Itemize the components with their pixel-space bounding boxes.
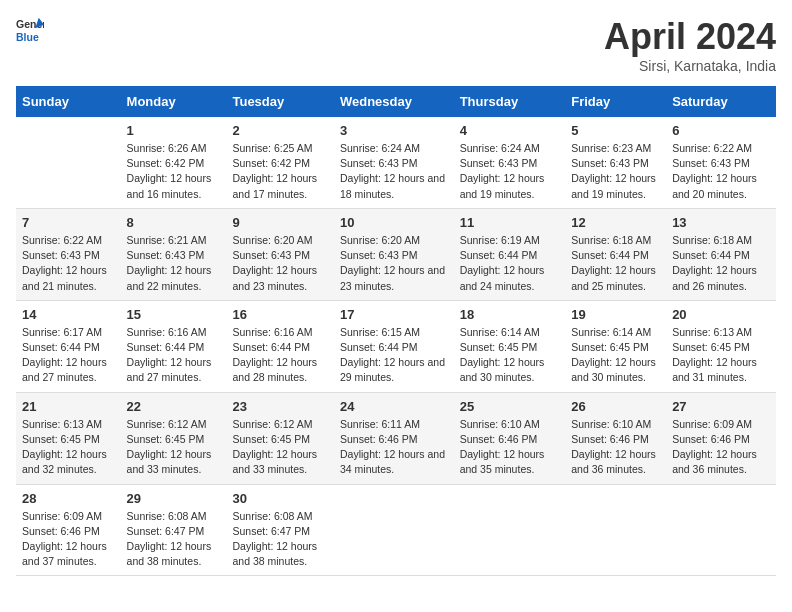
calendar-cell: 9Sunrise: 6:20 AMSunset: 6:43 PMDaylight…: [226, 208, 333, 300]
day-info: Sunrise: 6:23 AMSunset: 6:43 PMDaylight:…: [571, 141, 660, 202]
calendar-cell: 29Sunrise: 6:08 AMSunset: 6:47 PMDayligh…: [121, 484, 227, 576]
calendar-cell: 17Sunrise: 6:15 AMSunset: 6:44 PMDayligh…: [334, 300, 454, 392]
day-number: 15: [127, 307, 221, 322]
calendar-cell: 28Sunrise: 6:09 AMSunset: 6:46 PMDayligh…: [16, 484, 121, 576]
day-info: Sunrise: 6:16 AMSunset: 6:44 PMDaylight:…: [127, 325, 221, 386]
calendar-cell: [16, 117, 121, 208]
day-number: 14: [22, 307, 115, 322]
calendar-cell: 11Sunrise: 6:19 AMSunset: 6:44 PMDayligh…: [454, 208, 566, 300]
weekday-header-monday: Monday: [121, 86, 227, 117]
day-number: 23: [232, 399, 327, 414]
day-number: 16: [232, 307, 327, 322]
calendar-week-row: 28Sunrise: 6:09 AMSunset: 6:46 PMDayligh…: [16, 484, 776, 576]
day-info: Sunrise: 6:13 AMSunset: 6:45 PMDaylight:…: [22, 417, 115, 478]
day-info: Sunrise: 6:22 AMSunset: 6:43 PMDaylight:…: [672, 141, 770, 202]
calendar-cell: 18Sunrise: 6:14 AMSunset: 6:45 PMDayligh…: [454, 300, 566, 392]
day-number: 10: [340, 215, 448, 230]
header: General Blue April 2024 Sirsi, Karnataka…: [16, 16, 776, 74]
day-number: 22: [127, 399, 221, 414]
day-number: 4: [460, 123, 560, 138]
weekday-header-sunday: Sunday: [16, 86, 121, 117]
day-info: Sunrise: 6:24 AMSunset: 6:43 PMDaylight:…: [340, 141, 448, 202]
day-info: Sunrise: 6:13 AMSunset: 6:45 PMDaylight:…: [672, 325, 770, 386]
day-info: Sunrise: 6:09 AMSunset: 6:46 PMDaylight:…: [22, 509, 115, 570]
day-number: 7: [22, 215, 115, 230]
day-number: 26: [571, 399, 660, 414]
calendar-cell: 20Sunrise: 6:13 AMSunset: 6:45 PMDayligh…: [666, 300, 776, 392]
day-info: Sunrise: 6:16 AMSunset: 6:44 PMDaylight:…: [232, 325, 327, 386]
calendar-header: SundayMondayTuesdayWednesdayThursdayFrid…: [16, 86, 776, 117]
calendar-cell: [334, 484, 454, 576]
day-number: 19: [571, 307, 660, 322]
calendar-cell: 15Sunrise: 6:16 AMSunset: 6:44 PMDayligh…: [121, 300, 227, 392]
calendar-cell: 10Sunrise: 6:20 AMSunset: 6:43 PMDayligh…: [334, 208, 454, 300]
calendar-cell: 23Sunrise: 6:12 AMSunset: 6:45 PMDayligh…: [226, 392, 333, 484]
day-number: 3: [340, 123, 448, 138]
day-number: 25: [460, 399, 560, 414]
title-area: April 2024 Sirsi, Karnataka, India: [604, 16, 776, 74]
day-info: Sunrise: 6:14 AMSunset: 6:45 PMDaylight:…: [571, 325, 660, 386]
day-info: Sunrise: 6:19 AMSunset: 6:44 PMDaylight:…: [460, 233, 560, 294]
day-number: 12: [571, 215, 660, 230]
calendar-cell: 12Sunrise: 6:18 AMSunset: 6:44 PMDayligh…: [565, 208, 666, 300]
svg-text:Blue: Blue: [16, 31, 39, 43]
calendar-cell: 22Sunrise: 6:12 AMSunset: 6:45 PMDayligh…: [121, 392, 227, 484]
weekday-header-tuesday: Tuesday: [226, 86, 333, 117]
page-subtitle: Sirsi, Karnataka, India: [604, 58, 776, 74]
calendar-week-row: 1Sunrise: 6:26 AMSunset: 6:42 PMDaylight…: [16, 117, 776, 208]
calendar-cell: 4Sunrise: 6:24 AMSunset: 6:43 PMDaylight…: [454, 117, 566, 208]
calendar-cell: [565, 484, 666, 576]
calendar-cell: 1Sunrise: 6:26 AMSunset: 6:42 PMDaylight…: [121, 117, 227, 208]
day-number: 21: [22, 399, 115, 414]
day-number: 1: [127, 123, 221, 138]
day-info: Sunrise: 6:24 AMSunset: 6:43 PMDaylight:…: [460, 141, 560, 202]
day-number: 28: [22, 491, 115, 506]
calendar-cell: 2Sunrise: 6:25 AMSunset: 6:42 PMDaylight…: [226, 117, 333, 208]
generalblue-icon: General Blue: [16, 16, 44, 44]
calendar-cell: [454, 484, 566, 576]
weekday-header-row: SundayMondayTuesdayWednesdayThursdayFrid…: [16, 86, 776, 117]
day-info: Sunrise: 6:21 AMSunset: 6:43 PMDaylight:…: [127, 233, 221, 294]
calendar-week-row: 21Sunrise: 6:13 AMSunset: 6:45 PMDayligh…: [16, 392, 776, 484]
calendar-cell: 19Sunrise: 6:14 AMSunset: 6:45 PMDayligh…: [565, 300, 666, 392]
day-number: 11: [460, 215, 560, 230]
calendar-cell: 7Sunrise: 6:22 AMSunset: 6:43 PMDaylight…: [16, 208, 121, 300]
day-info: Sunrise: 6:08 AMSunset: 6:47 PMDaylight:…: [127, 509, 221, 570]
weekday-header-friday: Friday: [565, 86, 666, 117]
day-info: Sunrise: 6:09 AMSunset: 6:46 PMDaylight:…: [672, 417, 770, 478]
calendar-body: 1Sunrise: 6:26 AMSunset: 6:42 PMDaylight…: [16, 117, 776, 576]
calendar-cell: 6Sunrise: 6:22 AMSunset: 6:43 PMDaylight…: [666, 117, 776, 208]
day-info: Sunrise: 6:26 AMSunset: 6:42 PMDaylight:…: [127, 141, 221, 202]
day-number: 6: [672, 123, 770, 138]
calendar-cell: 26Sunrise: 6:10 AMSunset: 6:46 PMDayligh…: [565, 392, 666, 484]
calendar-cell: 14Sunrise: 6:17 AMSunset: 6:44 PMDayligh…: [16, 300, 121, 392]
day-number: 20: [672, 307, 770, 322]
day-number: 2: [232, 123, 327, 138]
weekday-header-wednesday: Wednesday: [334, 86, 454, 117]
day-info: Sunrise: 6:08 AMSunset: 6:47 PMDaylight:…: [232, 509, 327, 570]
day-number: 29: [127, 491, 221, 506]
day-info: Sunrise: 6:14 AMSunset: 6:45 PMDaylight:…: [460, 325, 560, 386]
day-info: Sunrise: 6:22 AMSunset: 6:43 PMDaylight:…: [22, 233, 115, 294]
day-info: Sunrise: 6:10 AMSunset: 6:46 PMDaylight:…: [571, 417, 660, 478]
calendar-cell: 21Sunrise: 6:13 AMSunset: 6:45 PMDayligh…: [16, 392, 121, 484]
day-info: Sunrise: 6:25 AMSunset: 6:42 PMDaylight:…: [232, 141, 327, 202]
calendar-table: SundayMondayTuesdayWednesdayThursdayFrid…: [16, 86, 776, 576]
calendar-cell: 8Sunrise: 6:21 AMSunset: 6:43 PMDaylight…: [121, 208, 227, 300]
day-number: 30: [232, 491, 327, 506]
day-number: 8: [127, 215, 221, 230]
day-number: 5: [571, 123, 660, 138]
weekday-header-saturday: Saturday: [666, 86, 776, 117]
day-number: 27: [672, 399, 770, 414]
day-number: 24: [340, 399, 448, 414]
calendar-week-row: 14Sunrise: 6:17 AMSunset: 6:44 PMDayligh…: [16, 300, 776, 392]
day-info: Sunrise: 6:18 AMSunset: 6:44 PMDaylight:…: [672, 233, 770, 294]
day-number: 9: [232, 215, 327, 230]
calendar-week-row: 7Sunrise: 6:22 AMSunset: 6:43 PMDaylight…: [16, 208, 776, 300]
day-info: Sunrise: 6:20 AMSunset: 6:43 PMDaylight:…: [340, 233, 448, 294]
day-info: Sunrise: 6:20 AMSunset: 6:43 PMDaylight:…: [232, 233, 327, 294]
day-info: Sunrise: 6:15 AMSunset: 6:44 PMDaylight:…: [340, 325, 448, 386]
day-info: Sunrise: 6:10 AMSunset: 6:46 PMDaylight:…: [460, 417, 560, 478]
calendar-cell: 25Sunrise: 6:10 AMSunset: 6:46 PMDayligh…: [454, 392, 566, 484]
page-title: April 2024: [604, 16, 776, 58]
